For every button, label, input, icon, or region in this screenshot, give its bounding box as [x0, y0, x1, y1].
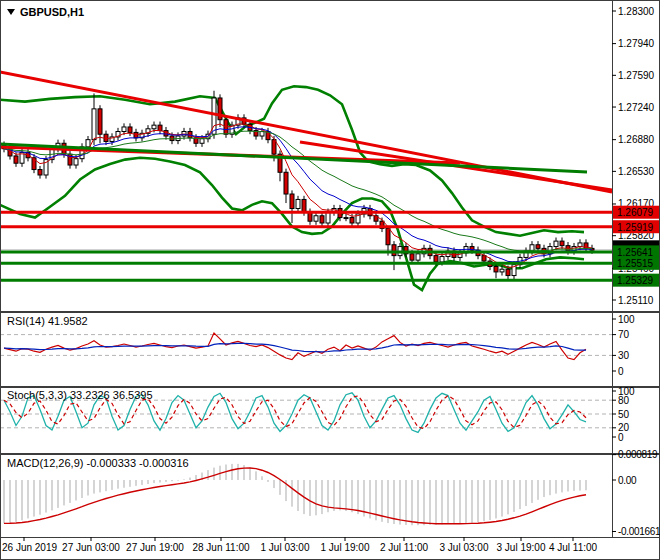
svg-text:100: 100 — [618, 314, 635, 325]
svg-text:1.25110: 1.25110 — [618, 295, 654, 306]
svg-text:27 Jun 03:00: 27 Jun 03:00 — [62, 542, 120, 553]
svg-text:3 Jul 03:00: 3 Jul 03:00 — [440, 542, 489, 553]
svg-text:-0.001661: -0.001661 — [618, 526, 660, 537]
svg-text:1 Jul 03:00: 1 Jul 03:00 — [261, 542, 310, 553]
svg-text:1.26079: 1.26079 — [617, 207, 654, 218]
svg-text:0: 0 — [618, 366, 624, 377]
chevron-down-icon — [7, 9, 15, 15]
svg-text:0: 0 — [618, 432, 624, 443]
svg-text:27 Jun 19:00: 27 Jun 19:00 — [126, 542, 184, 553]
svg-text:1.25919: 1.25919 — [617, 222, 654, 233]
chart-canvas[interactable]: 1.283001.279401.275901.272401.268801.265… — [0, 0, 660, 560]
svg-text:30: 30 — [618, 350, 630, 361]
svg-text:1.25515: 1.25515 — [617, 258, 654, 269]
price-badges: 1.256641.256411.255151.253291.260791.259… — [613, 206, 659, 287]
svg-text:50: 50 — [618, 409, 630, 420]
svg-text:80: 80 — [618, 395, 630, 406]
panel-separator[interactable] — [0, 386, 660, 388]
svg-text:1 Jul 19:00: 1 Jul 19:00 — [321, 542, 370, 553]
svg-text:1.27590: 1.27590 — [618, 70, 655, 81]
svg-text:2 Jul 11:00: 2 Jul 11:00 — [380, 542, 429, 553]
svg-text:1.26880: 1.26880 — [618, 134, 655, 145]
svg-text:1.27240: 1.27240 — [618, 102, 655, 113]
svg-text:26 Jun 2019: 26 Jun 2019 — [2, 542, 57, 553]
symbol-label[interactable]: GBPUSD,H1 — [7, 6, 84, 18]
panel-separator[interactable] — [0, 453, 660, 455]
svg-text:1.27940: 1.27940 — [618, 38, 655, 49]
rsi-indicator-label: RSI(14) 41.9582 — [7, 315, 88, 327]
svg-text:0.00: 0.00 — [618, 475, 637, 486]
trading-chart-window: 1.283001.279401.275901.272401.268801.265… — [0, 0, 660, 560]
svg-text:1.28300: 1.28300 — [618, 6, 655, 17]
macd-plot — [4, 464, 586, 525]
svg-text:1.26530: 1.26530 — [618, 166, 655, 177]
svg-text:3 Jul 19:00: 3 Jul 19:00 — [497, 542, 546, 553]
svg-text:0.000819: 0.000819 — [618, 449, 658, 460]
svg-text:70: 70 — [618, 329, 630, 340]
panel-separator[interactable] — [0, 311, 660, 313]
svg-text:28 Jun 11:00: 28 Jun 11:00 — [192, 542, 250, 553]
bollinger-bands — [0, 86, 584, 290]
symbol-period-text: GBPUSD,H1 — [20, 6, 84, 18]
grid-lines — [0, 250, 612, 428]
svg-text:4 Jul 11:00: 4 Jul 11:00 — [549, 542, 598, 553]
svg-text:1.25329: 1.25329 — [617, 275, 654, 286]
support-resistance-lines[interactable] — [0, 212, 612, 280]
macd-indicator-label: MACD(12,26,9) -0.000333 -0.000316 — [7, 457, 189, 469]
svg-text:1.25641: 1.25641 — [617, 247, 654, 258]
stoch-indicator-label: Stoch(5,3,3) 33.2326 36.5395 — [7, 389, 153, 401]
moving-averages — [4, 124, 592, 268]
